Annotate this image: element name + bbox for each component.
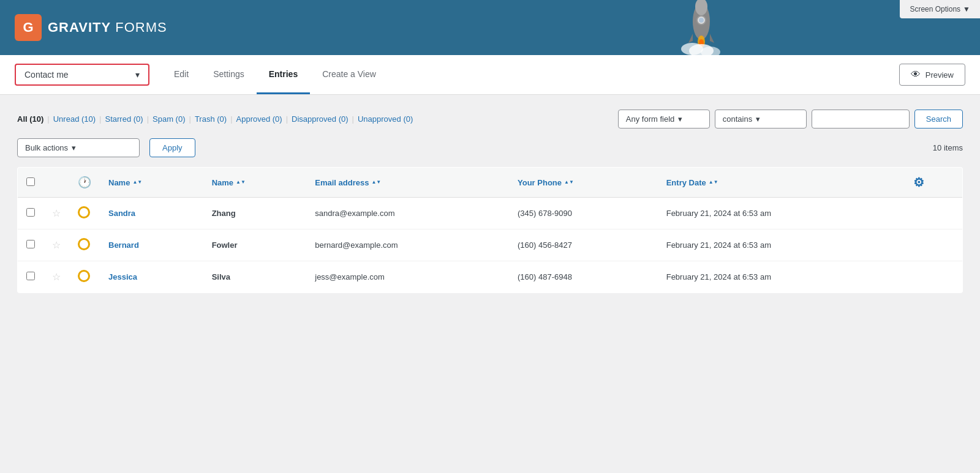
filter-unread[interactable]: Unread (10) [53,114,96,124]
bulk-actions-selector[interactable]: Bulk actions ▾ [17,138,140,157]
cell-phone: (160) 456-8427 [509,229,658,261]
col-header-first-name[interactable]: Name ▲▼ [100,168,203,198]
chevron-down-icon: ▾ [72,143,76,152]
content: All (10) | Unread (10) | Starred (0) | S… [0,95,980,308]
logo-icon: G [15,14,42,41]
filter-all[interactable]: All (10) [17,114,43,124]
entries-table: 🕐 Name ▲▼ Name ▲▼ Email addres [17,167,963,293]
sep: | [99,114,101,124]
cell-date: February 21, 2024 at 6:53 am [658,229,905,261]
table-row: ☆ Bernard Fowler bernard@example.com (16… [18,229,963,261]
cell-status [69,261,100,293]
filter-bar: All (10) | Unread (10) | Starred (0) | S… [17,110,963,128]
filter-disapproved[interactable]: Disapproved (0) [292,114,349,124]
tab-edit[interactable]: Edit [162,55,201,94]
nav-tabs: Edit Settings Entries Create a View [162,55,388,94]
cell-checkbox [18,198,44,229]
rocket-illustration [680,0,723,55]
form-selector-label: Contact me [24,70,69,80]
cell-last-name: Silva [203,261,307,293]
tab-entries[interactable]: Entries [257,55,310,94]
bulk-row: Bulk actions ▾ Apply 10 items [17,138,963,157]
cell-date: February 21, 2024 at 6:53 am [658,198,905,229]
select-all-checkbox[interactable] [26,177,35,186]
clock-icon: 🕐 [78,176,91,188]
sort-arrows-first-name: ▲▼ [132,180,142,185]
filter-spam[interactable]: Spam (0) [153,114,185,124]
logo: G GRAVITY FORMS [15,14,167,41]
row-checkbox-1[interactable] [26,240,35,248]
sort-arrows-date: ▲▼ [709,180,718,185]
tab-settings[interactable]: Settings [201,55,257,94]
cell-first-name: Bernard [100,229,203,261]
col-header-email[interactable]: Email address ▲▼ [306,168,509,198]
cell-first-name: Jessica [100,261,203,293]
cell-email: jess@example.com [306,261,509,293]
cell-last-name: Zhang [203,198,307,229]
cell-star: ☆ [43,261,69,293]
filter-starred[interactable]: Starred (0) [105,114,143,124]
status-circle [78,238,90,250]
status-circle [78,206,90,218]
sep: | [230,114,232,124]
chevron-down-icon: ▼ [963,5,970,13]
cell-star: ☆ [43,229,69,261]
filter-approved[interactable]: Approved (0) [236,114,282,124]
row-checkbox-2[interactable] [26,272,35,280]
search-controls: Any form field ▾ contains ▾ Search [618,110,963,128]
screen-options-button[interactable]: Screen Options ▼ [900,0,980,18]
field-selector[interactable]: Any form field ▾ [618,110,710,128]
star-icon[interactable]: ☆ [52,208,61,218]
cell-phone: (160) 487-6948 [509,261,658,293]
table-row: ☆ Sandra Zhang sandra@example.com (345) … [18,198,963,229]
col-header-actions: ⚙ [905,168,962,198]
row-checkbox-0[interactable] [26,208,35,217]
sep: | [147,114,149,124]
col-header-star [43,168,69,198]
col-header-phone[interactable]: Your Phone ▲▼ [509,168,658,198]
cell-status [69,198,100,229]
gear-icon[interactable]: ⚙ [913,176,924,189]
chevron-down-icon: ▾ [678,114,682,124]
star-icon[interactable]: ☆ [52,240,61,250]
svg-marker-4 [688,34,693,43]
cell-status [69,229,100,261]
cell-phone: (345) 678-9090 [509,198,658,229]
sep: | [189,114,191,124]
cell-date: February 21, 2024 at 6:53 am [658,261,905,293]
col-header-date[interactable]: Entry Date ▲▼ [658,168,905,198]
cell-actions [905,261,962,293]
col-header-last-name[interactable]: Name ▲▼ [203,168,307,198]
apply-button[interactable]: Apply [149,138,195,157]
cell-star: ☆ [43,198,69,229]
svg-marker-5 [710,34,714,43]
subheader: Contact me ▾ Edit Settings Entries Creat… [0,55,980,95]
cell-actions [905,229,962,261]
entry-link-first-name[interactable]: Jessica [108,272,137,281]
sep: | [286,114,288,124]
filter-trash[interactable]: Trash (0) [195,114,227,124]
form-selector[interactable]: Contact me ▾ [15,64,149,86]
filter-links: All (10) | Unread (10) | Starred (0) | S… [17,114,413,124]
entry-link-first-name[interactable]: Sandra [108,209,135,218]
search-button[interactable]: Search [914,110,963,128]
cell-checkbox [18,261,44,293]
search-input[interactable] [812,110,910,128]
filter-unapproved[interactable]: Unapproved (0) [358,114,413,124]
items-count: 10 items [933,143,963,152]
cell-email: sandra@example.com [306,198,509,229]
star-icon[interactable]: ☆ [52,272,61,282]
cell-actions [905,198,962,229]
status-circle [78,270,90,282]
logo-text: GRAVITY FORMS [48,20,167,35]
tab-create-view[interactable]: Create a View [310,55,388,94]
condition-selector[interactable]: contains ▾ [715,110,807,128]
col-header-checkbox [18,168,44,198]
entry-link-first-name[interactable]: Bernard [108,240,139,250]
cell-checkbox [18,229,44,261]
cell-last-name: Fowler [203,229,307,261]
eye-icon: 👁 [911,69,921,80]
preview-button[interactable]: 👁 Preview [899,64,965,86]
chevron-down-icon: ▾ [756,114,760,124]
table-row: ☆ Jessica Silva jess@example.com (160) 4… [18,261,963,293]
